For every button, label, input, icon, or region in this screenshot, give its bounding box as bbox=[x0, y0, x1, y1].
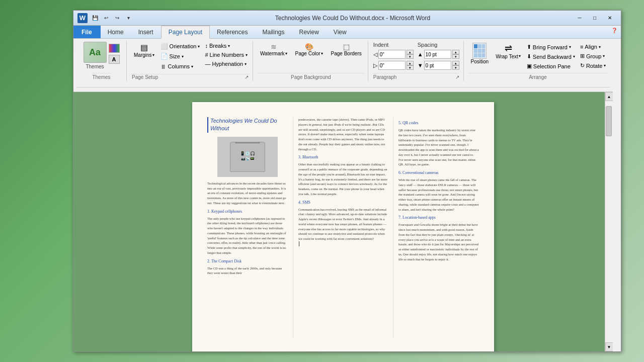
doc-left-body: Technological advances in the recent dec… bbox=[207, 181, 288, 276]
doc-section2-title: 2. The Compact Disk bbox=[207, 258, 288, 264]
scroll-thumb[interactable] bbox=[606, 106, 612, 136]
doc-section4-title: 4. SMS bbox=[298, 200, 388, 206]
line-numbers-btn[interactable]: # Line Numbers ▾ bbox=[203, 51, 250, 59]
wrap-text-icon: ⇌ bbox=[505, 43, 512, 54]
tab-review[interactable]: Review bbox=[292, 26, 326, 38]
size-icon: 📄 bbox=[160, 53, 168, 60]
theme-fonts-btn[interactable]: A bbox=[109, 55, 120, 64]
indent-left-icon: ◁ bbox=[373, 51, 377, 58]
tab-mailings[interactable]: Mailings bbox=[255, 26, 292, 38]
maximize-btn[interactable]: □ bbox=[588, 13, 602, 23]
tab-file[interactable]: File bbox=[73, 26, 101, 38]
send-backward-btn[interactable]: ⬇ Send Backward ▾ bbox=[525, 52, 577, 61]
doc-middle-body: predecessors, the cassette tape (shiver)… bbox=[298, 117, 388, 246]
rotate-btn[interactable]: ↻ Rotate ▾ bbox=[578, 61, 608, 70]
margins-btn[interactable]: ▤ Margins ▾ bbox=[131, 42, 157, 59]
paragraph-launcher[interactable]: ↗ bbox=[455, 74, 459, 80]
arrange-group-label: Arrange bbox=[468, 73, 608, 80]
size-btn[interactable]: 📄 Size ▾ bbox=[158, 52, 202, 61]
save-quick-btn[interactable]: 💾 bbox=[91, 14, 100, 23]
scroll-up-btn[interactable]: ▲ bbox=[605, 92, 613, 101]
arrange-group: Position ⇌ Wrap Text ▾ ⬆ Bring Forward ▾ bbox=[465, 41, 611, 81]
spacing-before-spin[interactable]: ▲ ▼ bbox=[452, 50, 459, 59]
order-col: ⬆ Bring Forward ▾ ⬇ Send Backward ▾ ▣ Se… bbox=[525, 42, 577, 70]
themes-label: Themes bbox=[86, 64, 104, 69]
rotate-icon: ↻ bbox=[580, 62, 585, 69]
tab-references[interactable]: References bbox=[210, 26, 255, 38]
doc-section1-text: The only people who use keypad cellphone… bbox=[207, 216, 288, 255]
spacing-before-icon: ▲ bbox=[418, 51, 423, 57]
word-window: W 💾 ↩ ↪ ▾ Technologies We Could Do Witho… bbox=[73, 10, 621, 352]
indent-left-input[interactable]: 0" bbox=[378, 50, 406, 59]
page-borders-btn[interactable]: ⬚ Page Borders bbox=[328, 42, 365, 57]
wrap-text-btn[interactable]: ⇌ Wrap Text ▾ bbox=[493, 42, 524, 60]
spacing-before-field: ▲ 10 pt ▲ ▼ bbox=[418, 50, 459, 59]
page-color-icon: 🎨 bbox=[305, 43, 313, 51]
orientation-btn[interactable]: ⬜ Orientation ▾ bbox=[158, 42, 202, 51]
bring-forward-icon: ⬆ bbox=[527, 44, 531, 50]
tab-view[interactable]: View bbox=[327, 26, 354, 38]
doc-right-body: 5. QR codes QR codes have taken the mark… bbox=[398, 120, 479, 261]
spacing-after-input[interactable]: 0 pt bbox=[424, 61, 451, 70]
indent-right-icon: ▷ bbox=[373, 62, 377, 69]
ruler bbox=[73, 83, 613, 92]
themes-group: Aa Themes A Themes bbox=[76, 41, 127, 81]
align-col: ≡ Align ▾ ⊞ Group ▾ ↻ Rotate ▾ bbox=[578, 42, 608, 70]
scroll-down-btn[interactable]: ▼ bbox=[605, 342, 613, 351]
doc-section2-text: The CD was a thing of the early 2000s, a… bbox=[207, 266, 288, 276]
doc-middle-top: predecessors, the cassette tape (shiver)… bbox=[298, 117, 388, 151]
indent-left-spin[interactable]: ▲ ▼ bbox=[407, 50, 414, 59]
selection-pane-btn[interactable]: ▣ Selection Pane bbox=[525, 62, 577, 70]
columns-btn[interactable]: ⫼ Columns ▾ bbox=[158, 62, 202, 71]
spacing-before-input[interactable]: 10 pt bbox=[424, 50, 451, 59]
doc-image: 📱💿🎧 📷📡📟 bbox=[217, 137, 278, 177]
margins-label-row: Margins ▾ bbox=[134, 52, 154, 58]
spacing-after-spin[interactable]: ▲ ▼ bbox=[452, 61, 459, 70]
customize-quick-btn[interactable]: ▾ bbox=[124, 14, 133, 23]
minimize-btn[interactable]: ─ bbox=[573, 13, 587, 23]
indent-right-spin[interactable]: ▲ ▼ bbox=[407, 61, 414, 70]
orientation-col: ⬜ Orientation ▾ 📄 Size ▾ ⫼ Columns ▾ bbox=[158, 42, 202, 71]
themes-group-label: Themes bbox=[92, 73, 110, 80]
scroll-track[interactable] bbox=[606, 101, 613, 342]
undo-quick-btn[interactable]: ↩ bbox=[102, 14, 111, 23]
spacing-after-field: ▼ 0 pt ▲ ▼ bbox=[418, 61, 459, 70]
hyphenation-icon: — bbox=[205, 61, 210, 67]
indent-right-input[interactable]: 0" bbox=[378, 61, 406, 70]
spacing-after-icon: ▼ bbox=[418, 62, 423, 68]
doc-col-middle: predecessors, the cassette tape (shiver)… bbox=[293, 117, 393, 338]
redo-quick-btn[interactable]: ↪ bbox=[113, 14, 122, 23]
tab-insert[interactable]: Insert bbox=[131, 26, 161, 38]
bring-forward-btn[interactable]: ⬆ Bring Forward ▾ bbox=[525, 43, 577, 51]
doc-col-right: 5. QR codes QR codes have taken the mark… bbox=[398, 117, 479, 338]
position-btn[interactable]: Position bbox=[468, 42, 492, 65]
page-setup-launcher[interactable]: ↗ bbox=[245, 74, 249, 80]
indent-right-field: ▷ 0" ▲ ▼ bbox=[373, 61, 414, 70]
doc-section7-title: 7. Location-based apps bbox=[398, 215, 479, 221]
doc-col-left: Technologies We Could Do Without 📱💿🎧 📷📡📟… bbox=[207, 117, 288, 338]
title-bar-left: W 💾 ↩ ↪ ▾ bbox=[77, 13, 133, 23]
doc-section1-title: 1. Keypad cellphones bbox=[207, 209, 288, 215]
themes-btn[interactable]: Aa bbox=[84, 42, 107, 63]
doc-section3-title: 3. Bluetooth bbox=[298, 154, 388, 160]
doc-title: Technologies We Could Do Without bbox=[207, 117, 288, 133]
tab-page-layout[interactable]: Page Layout bbox=[161, 26, 210, 39]
close-btn[interactable]: ✕ bbox=[603, 13, 617, 23]
page-background-group-label: Page Background bbox=[257, 73, 365, 80]
theme-colors-btn[interactable] bbox=[109, 44, 120, 53]
group-btn[interactable]: ⊞ Group ▾ bbox=[578, 52, 608, 60]
orientation-icon: ⬜ bbox=[160, 43, 168, 50]
position-icon bbox=[472, 43, 487, 59]
tab-home[interactable]: Home bbox=[101, 26, 131, 38]
watermark-btn[interactable]: ≋ Watermark ▾ bbox=[257, 42, 290, 57]
hyphenation-btn[interactable]: — Hyphenation ▾ bbox=[203, 60, 250, 68]
page-color-btn[interactable]: 🎨 Page Color ▾ bbox=[292, 42, 326, 57]
align-btn[interactable]: ≡ Align ▾ bbox=[578, 43, 608, 51]
columns-icon: ⫼ bbox=[160, 63, 167, 70]
scrollbar-vertical[interactable]: ▲ ▼ bbox=[605, 92, 613, 351]
help-btn[interactable]: ❓ bbox=[610, 26, 619, 35]
line-numbers-icon: # bbox=[205, 52, 208, 58]
margins-icon: ▤ bbox=[140, 43, 148, 52]
quick-access-toolbar: 💾 ↩ ↪ ▾ bbox=[91, 14, 133, 23]
breaks-btn[interactable]: ↕ Breaks ▾ bbox=[203, 42, 250, 50]
